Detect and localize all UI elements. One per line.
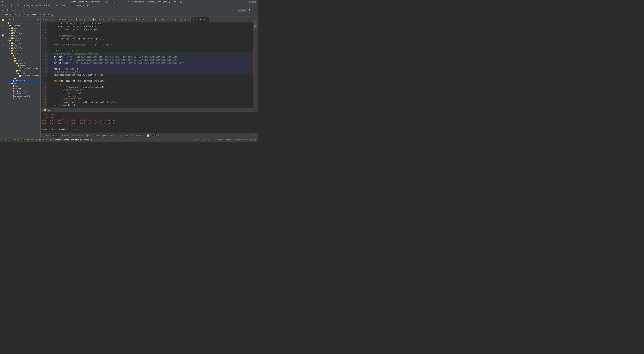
menu-run[interactable]: Run [54,4,60,7]
tab-yolo[interactable]: 🐍 yolo.py ✕ [74,17,90,22]
tree-item-icon[interactable]: ▶ 📁 icon [5,27,40,29]
menu-file[interactable]: File [1,4,8,7]
sidebar-pullrequest-icon[interactable]: ↕ [0,28,5,32]
status-eventlog[interactable]: Event Log [246,139,256,141]
tree-item-train-images[interactable]: ▼ 📁 train [5,64,40,67]
bottom-settings-icon[interactable]: ⚙ [254,134,254,137]
bottom-tab-todo[interactable]: ☰ TODO [60,134,70,137]
bottom-tab-run[interactable]: ▶ Run [51,134,60,137]
tree-item-test[interactable]: ▶ 📁 test [5,57,40,60]
bottom-tab-git[interactable]: ⎇ Git [41,134,51,137]
tree-item-train-labels[interactable]: ▼ 📁 train [5,72,40,74]
tab-voc2v5-close[interactable]: ✕ [206,18,208,20]
menu-git[interactable]: Git [69,4,75,7]
tree-item-common[interactable]: ▶ 🐍 common.py [5,92,40,95]
tab-ocsort[interactable]: 🐍 ocsort.py ✕ [134,17,153,22]
tree-item-weights[interactable]: ▶ 📁 weights [5,37,40,40]
sidebar-structure-icon[interactable]: ≡ [0,38,5,42]
tree-item-segment[interactable]: ▶ 📁 segment [5,87,40,90]
tab-readme[interactable]: 📄 README.md ✕ [90,17,110,22]
status-encoding[interactable]: UTF-8 [208,139,213,141]
tab-tutorial[interactable]: 📓 tutorial.ipynb ✕ [110,17,134,22]
tab-inferer-close[interactable]: ✕ [170,18,171,20]
menu-edit[interactable]: Edit [8,4,16,7]
tree-item-experimental[interactable]: ▶ 🐍 experimental.py [5,95,40,97]
run-tab-close[interactable]: ✕ [52,109,53,111]
tree-item-txt-file[interactable]: ▶ 📄 WKLVSYGL_sd_first_half_1656643908_63… [5,74,40,77]
close-button[interactable]: ✕ [254,1,256,3]
tree-item-voc[interactable]: ▼ 📁 VOC [5,54,40,57]
sidebar-project-icon[interactable]: 📁 [0,18,5,22]
tree-item-train[interactable]: ▼ 📁 train [5,60,40,62]
tree-item-datasets1[interactable]: ▼ 📁 datasets [5,24,40,27]
sidebar-bookmarks-icon[interactable]: 📋 [0,33,5,38]
status-crlf[interactable]: CRLF [202,139,206,141]
expand-icon[interactable]: ⌃ [256,20,256,22]
breadcrumb-part-2[interactable]: yolov5_62 [19,14,29,16]
stop-button[interactable]: ■ [10,8,14,12]
sabrine-chat-icon[interactable]: Sabrine Chat [254,27,258,31]
tree-item-models[interactable]: ▼ 📁 models [5,82,40,85]
project-settings-icon[interactable]: ⚙ [36,18,38,21]
tree-item-voc2v5[interactable]: ▶ 🐍 voc2v5.py [5,80,40,82]
tree-item-root[interactable]: ▼ 📁 OCTrack_yolov5 D:\lg\BaiduSyncdisk\p… [5,22,40,24]
tree-item-data[interactable]: ▶ 📁 data [5,50,40,52]
status-cursor[interactable]: 14:18 [195,139,200,141]
tab-readme-close[interactable]: ✕ [107,18,108,20]
tab-inferer[interactable]: 🐍 inferer.py ✕ [153,17,173,22]
tree-item-hub[interactable]: ▶ 📁 hub [5,85,40,87]
tree-item-github[interactable]: ▶ 📁 .github [5,42,40,44]
tab-loss[interactable]: 🐍 loss.py ✕ [57,17,74,22]
status-python[interactable]: Python 3.8 [225,139,236,141]
menu-view[interactable]: View [16,4,23,7]
sidebar-git-icon[interactable]: ⎇ [0,43,5,48]
git-branch[interactable]: ⎇ main [237,9,247,12]
bottom-tab-problems[interactable]: ⚠ Problems [70,134,84,137]
code-editor[interactable]: y = (ymin + ymax) / 2 / image_height w =… [47,22,253,108]
settings-button[interactable]: ⚙ [252,8,256,12]
debug-button[interactable]: 🐛 [6,8,10,12]
minimize-button[interactable]: ─ [249,1,251,3]
run-tab-label[interactable]: main [47,109,51,111]
title-bar-controls[interactable]: ─ □ ✕ [249,1,256,3]
tab-train[interactable]: 🐍 train.py ✕ [173,17,190,22]
tree-item-labels[interactable]: ▼ 📁 labels [5,70,40,72]
menu-help[interactable]: Help [85,4,92,7]
bottom-tab-packages[interactable]: 📦 Python Packages [85,134,108,137]
run-settings-icon[interactable]: ⚙ [254,109,254,111]
tree-item-datasets2[interactable]: ▼ 📁 datasets [5,52,40,54]
tree-item-output[interactable]: ▶ 📁 output [5,34,40,37]
tab-yolo-close[interactable]: ✕ [88,18,89,20]
tab-ocsort-close[interactable]: ✕ [150,18,151,20]
maximize-button[interactable]: □ [252,1,254,3]
menu-tools[interactable]: Tools [61,4,69,7]
bottom-tab-console[interactable]: ≫ Python Console [108,134,130,137]
bottom-collapse-icon[interactable]: — [255,134,256,137]
tree-item-octrack[interactable]: ▶ 📁 OC_track [5,32,40,34]
tab-loss-close[interactable]: ✕ [71,18,72,20]
menu-refactor[interactable]: Refactor [42,4,54,7]
run-button[interactable]: ▶ [1,8,5,12]
menu-code[interactable]: Code [35,4,42,7]
run-collapse-icon[interactable]: — [255,109,256,111]
menu-navigate[interactable]: Navigate [23,4,35,7]
status-indent[interactable]: 4 spaces [214,139,224,141]
tree-item-img[interactable]: ▶ 📁 img [5,29,40,32]
search-button[interactable]: 🔍 [248,8,252,12]
sidebar-commit-icon[interactable]: ✔ [0,23,5,28]
tree-item-jpg[interactable]: ▶ 🖼 WKLVSYGL_sd_first_half_1656643908_63… [5,67,40,70]
tree-item-tf[interactable]: ▶ 🐍 tf.py [5,97,40,100]
breadcrumb-part-3[interactable]: datasets [32,14,41,16]
tab-voc2v5[interactable]: 🐍 voc2v5.py ✕ [190,17,210,22]
undo-button[interactable]: ↩ [16,8,21,12]
bottom-tab-terminal[interactable]: >_ Terminal [130,134,145,137]
redo-button[interactable]: ↪ [21,8,25,12]
tree-item-idea[interactable]: ▶ 📁 .idea [5,44,40,47]
tab-tutorial-close[interactable]: ✕ [131,18,132,20]
project-close-icon[interactable]: — [38,18,40,21]
breadcrumb-part-1[interactable]: OCTrack_yolov5 [1,14,17,16]
tab-main[interactable]: 🐍 main.py ✕ [40,17,57,22]
tree-item-val[interactable]: ▶ 📁 val [5,77,40,80]
tree-item-init[interactable]: ▶ 🐍 __init__.py [5,90,40,92]
tree-item-images[interactable]: ▼ 📁 images [5,62,40,64]
